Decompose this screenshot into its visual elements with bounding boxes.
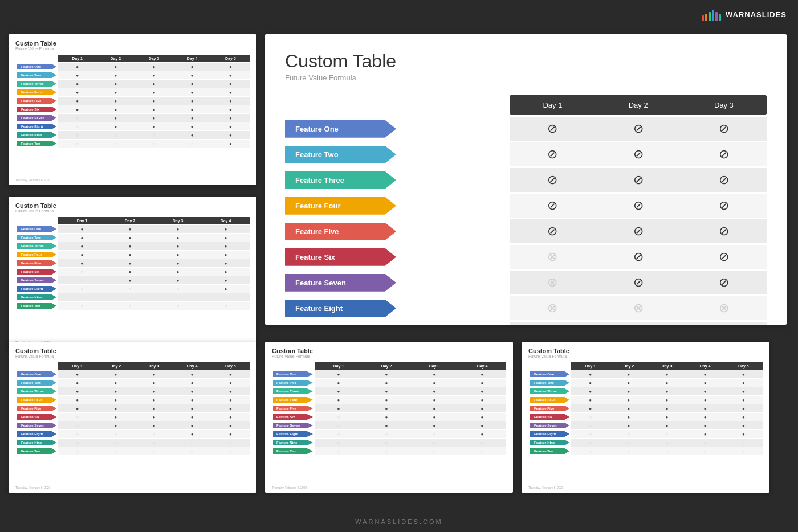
thumb1-title: Custom Table xyxy=(15,40,250,47)
logo-icon xyxy=(702,7,721,21)
col-day2: Day 2 xyxy=(596,95,681,115)
thumb4-table: Day 1Day 2Day 3Day 4 Feature One●●●●Feat… xyxy=(272,362,506,456)
col-day1: Day 1 xyxy=(510,95,595,115)
thumbnail-4: Custom Table Future Value Formula Day 1D… xyxy=(265,342,513,493)
bottom-watermark: WARNASLIDES.COM xyxy=(355,518,442,525)
thumb2-title: Custom Table xyxy=(15,202,250,209)
thumbnail-1: Custom Table Future Value Formula Day 1D… xyxy=(9,34,256,185)
thumb3-title: Custom Table xyxy=(15,347,250,354)
thumb5-subtitle: Future Value Formula xyxy=(528,354,763,358)
thumb2-table: Day 1Day 2Day 3Day 4 Feature One●●●●Feat… xyxy=(15,216,250,310)
thumb1-table: Day 1Day 2Day 3Day 4Day 5 Feature One●●●… xyxy=(15,54,250,148)
thumb1-footer-date: Thursday, February 6, 2020 xyxy=(15,178,50,182)
thumbnail-2: Custom Table Future Value Formula Day 1D… xyxy=(9,197,256,347)
thumb3-subtitle: Future Value Formula xyxy=(15,354,250,358)
thumb4-title: Custom Table xyxy=(272,347,506,354)
col-day3: Day 3 xyxy=(681,95,767,115)
thumb4-footer-date: Thursday, February 6, 2020 xyxy=(272,486,307,489)
top-bar: WARNASLIDES xyxy=(684,0,798,28)
thumbnail-5: Custom Table Future Value Formula Day 1D… xyxy=(522,342,769,493)
slide-subtitle: Future Value Formula xyxy=(285,73,767,82)
main-table: Day 1 Day 2 Day 3 Feature One ⊘⊘⊘ Featur… xyxy=(285,93,767,325)
thumb5-footer-date: Thursday, February 6, 2020 xyxy=(528,486,563,489)
thumb1-subtitle: Future Value Formula xyxy=(15,47,250,51)
thumb5-table: Day 1Day 2Day 3Day 4Day 5 Feature One●●●… xyxy=(528,362,763,456)
thumb3-footer-date: Thursday, February 6, 2020 xyxy=(15,486,50,489)
thumb5-title: Custom Table xyxy=(528,347,763,354)
thumb2-subtitle: Future Value Formula xyxy=(15,209,250,213)
slide-title: Custom Table xyxy=(285,51,767,71)
thumb4-subtitle: Future Value Formula xyxy=(272,354,506,358)
main-slide: Custom Table Future Value Formula Day 1 … xyxy=(265,34,787,325)
thumbnail-3: Custom Table Future Value Formula Day 1D… xyxy=(9,342,256,493)
thumb3-table: Day 1Day 2Day 3Day 4Day 5 Feature One●●●… xyxy=(15,362,250,456)
app-name: WARNASLIDES xyxy=(726,10,787,19)
